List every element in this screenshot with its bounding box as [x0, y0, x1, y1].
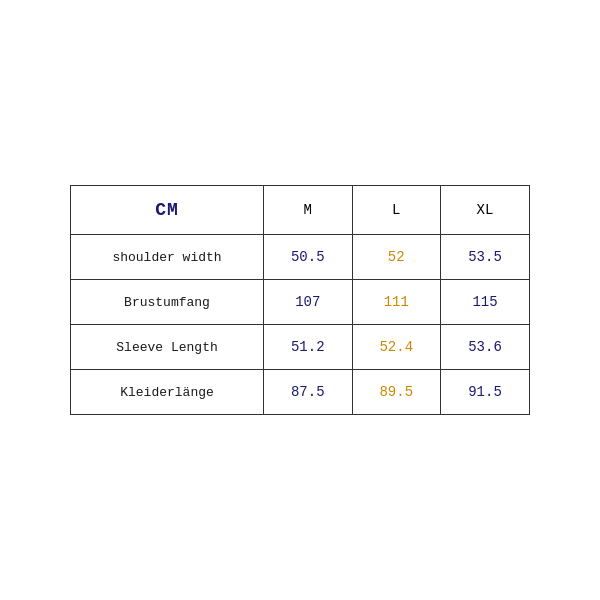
table-row: Kleiderlänge87.589.591.5	[71, 370, 529, 415]
row-value-l: 52.4	[352, 325, 440, 370]
row-label: Kleiderlänge	[71, 370, 264, 415]
row-value-xl: 53.5	[440, 235, 529, 280]
header-cm: CM	[71, 186, 264, 235]
row-value-l: 52	[352, 235, 440, 280]
row-label: shoulder width	[71, 235, 264, 280]
size-chart: CM M L XL shoulder width50.55253.5Brustu…	[70, 185, 530, 415]
table-row: Sleeve Length51.252.453.6	[71, 325, 529, 370]
row-value-xl: 53.6	[440, 325, 529, 370]
table-row: shoulder width50.55253.5	[71, 235, 529, 280]
header-row: CM M L XL	[71, 186, 529, 235]
row-label: Sleeve Length	[71, 325, 264, 370]
row-value-l: 111	[352, 280, 440, 325]
row-value-m: 107	[264, 280, 352, 325]
row-value-xl: 115	[440, 280, 529, 325]
row-value-xl: 91.5	[440, 370, 529, 415]
row-value-m: 87.5	[264, 370, 352, 415]
header-l: L	[352, 186, 440, 235]
table-row: Brustumfang107111115	[71, 280, 529, 325]
row-label: Brustumfang	[71, 280, 264, 325]
row-value-m: 51.2	[264, 325, 352, 370]
row-value-l: 89.5	[352, 370, 440, 415]
header-m: M	[264, 186, 352, 235]
header-xl: XL	[440, 186, 529, 235]
row-value-m: 50.5	[264, 235, 352, 280]
